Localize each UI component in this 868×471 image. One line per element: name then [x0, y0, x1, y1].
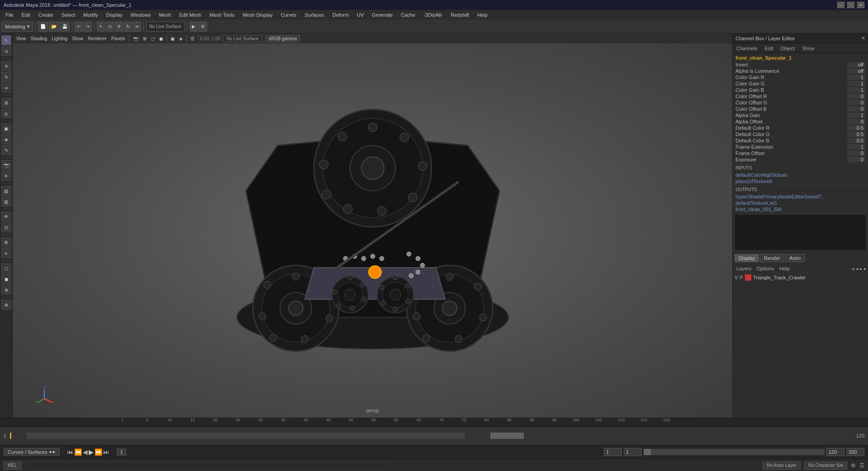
cb-value-frame-offset[interactable]: 0: [847, 151, 865, 156]
renderer-menu[interactable]: Renderer: [86, 34, 109, 42]
maximize-button[interactable]: □: [847, 2, 854, 8]
dra-tab-display[interactable]: Display: [735, 254, 759, 262]
frame-range-end-out[interactable]: [846, 448, 864, 456]
rotate-tool-btn[interactable]: ↻: [124, 22, 132, 32]
misc-btn4[interactable]: ⊗: [1, 300, 11, 310]
menu-deform[interactable]: Deform: [329, 11, 352, 19]
cb-value-default-color-g[interactable]: 0.5: [847, 132, 865, 137]
move-btn[interactable]: ✛: [1, 61, 11, 71]
input-link-1[interactable]: place2dTexture8: [733, 178, 868, 184]
panels-menu[interactable]: Panels: [109, 34, 127, 42]
timeline-scrubber[interactable]: [10, 433, 853, 439]
cb-value-color-gain-b[interactable]: 1: [847, 87, 865, 93]
misc-btn1[interactable]: ◻: [1, 263, 11, 273]
menu-select[interactable]: Select: [58, 11, 79, 19]
tool-settings-btn[interactable]: ⚙: [1, 237, 11, 247]
dra-tab-render[interactable]: Render: [760, 254, 784, 262]
help-tab[interactable]: Help: [778, 265, 792, 272]
render-layer-btn[interactable]: ▥: [1, 197, 11, 207]
menu-mesh[interactable]: Mesh: [155, 11, 175, 19]
sculpt-btn[interactable]: ✎: [1, 145, 11, 155]
snap-btn[interactable]: ⊞: [1, 98, 11, 108]
tab-show[interactable]: Show: [800, 45, 816, 52]
menu-cache[interactable]: Cache: [397, 11, 419, 19]
minimize-button[interactable]: —: [837, 2, 844, 8]
mini-timeline[interactable]: [644, 449, 825, 455]
layers-nav-next[interactable]: ▸: [860, 266, 862, 271]
menu-mesh-tools[interactable]: Mesh Tools: [206, 11, 238, 19]
save-file-btn[interactable]: 💾: [60, 22, 70, 32]
scale-btn[interactable]: ⇔: [1, 83, 11, 93]
lasso-tool-btn[interactable]: ⊙: [106, 22, 114, 32]
cb-value-alpha-offset[interactable]: 0: [847, 119, 865, 124]
menu-generate[interactable]: Generate: [368, 11, 396, 19]
polygon-btn[interactable]: ▣: [1, 123, 11, 133]
new-file-btn[interactable]: 📄: [38, 22, 48, 32]
options-tab[interactable]: Options: [755, 265, 776, 272]
redo-btn[interactable]: ↪: [84, 22, 92, 32]
menu-surfaces[interactable]: Surfaces: [301, 11, 328, 19]
output-link-1[interactable]: defaultTextureList1: [733, 200, 868, 206]
mode-dropdown[interactable]: Modeling ▾: [2, 22, 33, 32]
shading-menu[interactable]: Shading: [29, 34, 49, 42]
layer-v-toggle[interactable]: V: [735, 275, 738, 280]
cb-value-frame-ext[interactable]: 1: [847, 144, 865, 150]
menu-curves[interactable]: Curves: [277, 11, 300, 19]
command-input[interactable]: [25, 461, 393, 470]
menu-display[interactable]: Display: [103, 11, 126, 19]
cb-value-exposure[interactable]: 0: [847, 157, 865, 162]
camera-icon[interactable]: 📷: [131, 34, 140, 42]
menu-edit-mesh[interactable]: Edit Mesh: [175, 11, 205, 19]
options-icon[interactable]: ☰: [859, 462, 864, 469]
no-live-surface-btn[interactable]: No Live Surface: [146, 22, 185, 32]
film-gate-icon[interactable]: ◈: [177, 34, 185, 42]
skip-start-btn[interactable]: ⏮: [67, 448, 73, 456]
curves-surfaces-btn[interactable]: Curves / Surfaces ◂ ▸: [4, 448, 60, 456]
resolution-gate-icon[interactable]: ▣: [169, 34, 176, 42]
menu-create[interactable]: Create: [35, 11, 57, 19]
soft-select-btn[interactable]: ◎: [1, 108, 11, 118]
settings-icon[interactable]: ⚙: [851, 462, 856, 469]
cb-value-default-color-r[interactable]: 0.5: [847, 125, 865, 131]
layers-tab[interactable]: Layers: [735, 265, 753, 272]
light-btn[interactable]: ☀: [1, 171, 11, 181]
layer-name[interactable]: Triangle_Track_Crawler: [753, 275, 806, 280]
scale-tool-btn[interactable]: ⇔: [133, 22, 141, 32]
menu-file[interactable]: File: [2, 11, 17, 19]
timeline-ruler[interactable]: 1 5 10 15 20 25 30 35 40 45 50 55 60 65 …: [0, 418, 868, 427]
panel-close-btn[interactable]: ✕: [861, 35, 865, 41]
tab-object[interactable]: Object: [778, 45, 797, 52]
layers-nav-prev2[interactable]: ◂: [856, 266, 858, 271]
lighting-menu[interactable]: Lighting: [50, 34, 69, 42]
wireframe-icon[interactable]: ◻: [149, 34, 157, 42]
menu-help[interactable]: Help: [474, 11, 491, 19]
menu-edit[interactable]: Edit: [18, 11, 34, 19]
menu-modify[interactable]: Modify: [80, 11, 101, 19]
menu-windows[interactable]: Windows: [127, 11, 155, 19]
move-tool-btn[interactable]: ✛: [115, 22, 123, 32]
show-hide-btn[interactable]: 👁: [1, 212, 11, 221]
camera-btn[interactable]: 📷: [1, 160, 11, 170]
layer-btn[interactable]: ▤: [1, 186, 11, 196]
close-button[interactable]: ✕: [857, 2, 864, 8]
layers-nav-prev[interactable]: ◂: [852, 266, 854, 271]
misc-btn2[interactable]: ◼: [1, 274, 11, 284]
menu-3dto[interactable]: -3DtoAll-: [420, 11, 446, 19]
menu-redshift[interactable]: Redshift: [447, 11, 473, 19]
layer-color-swatch[interactable]: [745, 274, 751, 281]
hud-icon[interactable]: ☰: [189, 34, 196, 42]
layer-p-toggle[interactable]: P: [740, 275, 743, 280]
show-menu[interactable]: Show: [70, 34, 85, 42]
dra-tab-anim[interactable]: Anim: [785, 254, 805, 262]
cb-node-name[interactable]: front_clean_Specular_1: [733, 54, 868, 61]
render-settings-btn[interactable]: ⚙: [199, 22, 207, 32]
step-back-btn[interactable]: ⏪: [74, 448, 82, 456]
play-fwd-btn[interactable]: ▶: [89, 448, 94, 456]
tab-edit[interactable]: Edit: [763, 45, 775, 52]
undo-btn[interactable]: ↩: [75, 22, 83, 32]
frame-range-start-out[interactable]: [624, 448, 642, 456]
grid-icon[interactable]: ⊞: [141, 34, 148, 42]
menu-uv[interactable]: UV: [353, 11, 367, 19]
cb-value-alpha-gain[interactable]: 1: [847, 113, 865, 118]
attribute-editor-btn[interactable]: ≡: [1, 248, 11, 258]
